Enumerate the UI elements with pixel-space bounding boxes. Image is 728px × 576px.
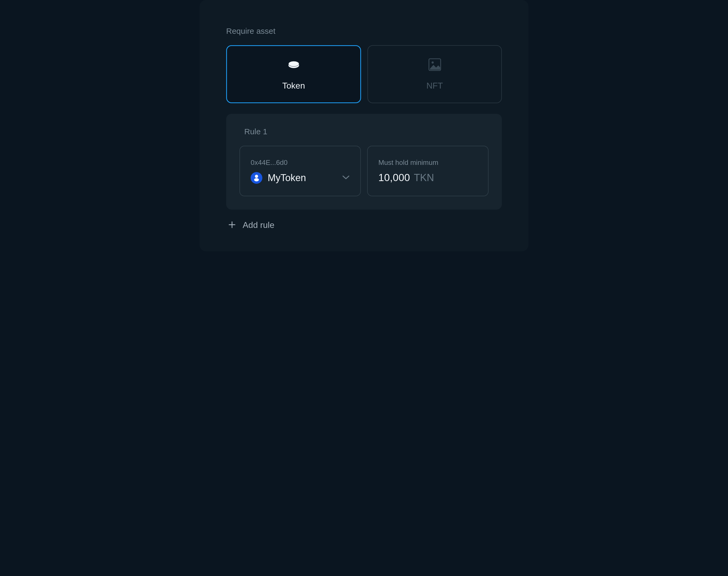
token-coin-icon — [287, 58, 300, 71]
rule-title: Rule 1 — [244, 127, 488, 136]
asset-type-nft[interactable]: NFT — [367, 45, 502, 103]
section-label: Require asset — [226, 27, 502, 36]
chevron-down-icon — [342, 175, 349, 181]
token-name: MyToken — [268, 172, 337, 183]
image-icon — [428, 58, 442, 71]
minimum-hold-field[interactable]: Must hold minimum 10,000 TKN — [367, 146, 488, 196]
plus-icon — [228, 221, 236, 230]
minimum-label: Must hold minimum — [379, 159, 477, 167]
asset-type-nft-label: NFT — [426, 81, 443, 91]
asset-type-token-label: Token — [282, 81, 305, 91]
rules-block: Rule 1 0x44E...6d0 MyToken — [226, 114, 502, 209]
asset-type-token[interactable]: Token — [226, 45, 361, 103]
add-rule-button[interactable]: Add rule — [226, 220, 502, 230]
svg-point-5 — [254, 178, 259, 181]
asset-type-selector: Token NFT — [226, 45, 502, 103]
token-select-field[interactable]: 0x44E...6d0 MyToken — [240, 146, 361, 196]
svg-point-4 — [255, 175, 258, 178]
minimum-unit: TKN — [414, 172, 434, 183]
add-rule-label: Add rule — [243, 220, 274, 230]
token-avatar-icon — [251, 172, 262, 184]
token-address-short: 0x44E...6d0 — [251, 159, 349, 167]
minimum-amount: 10,000 — [379, 172, 410, 183]
require-asset-panel: Require asset Token NFT — [200, 0, 528, 251]
rule-row: 0x44E...6d0 MyToken — [240, 146, 488, 196]
svg-point-3 — [431, 61, 434, 63]
